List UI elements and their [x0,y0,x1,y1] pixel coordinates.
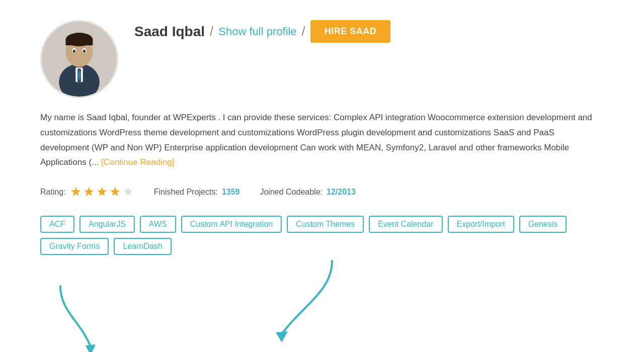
star-2: ★ [83,184,95,200]
joined-value: 12/2013 [327,188,356,197]
profile-main: My name is Saad Iqbal, founder at WPExpe… [40,110,594,255]
svg-rect-6 [66,40,93,46]
name-row: Saad Iqbal / Show full profile / HIRE SA… [134,20,594,43]
profile-header: Saad Iqbal / Show full profile / HIRE SA… [40,20,594,98]
svg-point-10 [83,50,86,53]
tags-container: ACFAngularJSAWSCustom API IntegrationCus… [40,216,594,255]
tag-item[interactable]: ACF [40,216,74,233]
tag-item[interactable]: Genesis [519,216,567,233]
avatar [40,20,118,98]
profile-bio: My name is Saad Iqbal, founder at WPExpe… [40,110,594,170]
profile-name: Saad Iqbal [134,24,205,40]
tag-item[interactable]: Event Calendar [369,216,442,233]
continue-reading-link[interactable]: [Continue Reading] [101,157,175,167]
rating-label: Rating: [40,188,66,197]
hire-button[interactable]: HIRE SAAD [310,20,391,43]
separator-2: / [302,24,305,39]
tag-item[interactable]: Custom API Integration [181,216,282,233]
rating-stat: Rating: ★ ★ ★ ★ ★ [40,184,134,200]
tag-item[interactable]: LearnDash [114,238,171,255]
joined-label: Joined Codeable: [260,188,323,197]
svg-marker-13 [276,331,288,342]
star-4: ★ [109,184,121,200]
tag-item[interactable]: AngularJS [79,216,135,233]
finished-projects-value: 1359 [222,188,240,197]
stats-row: Rating: ★ ★ ★ ★ ★ Finished Projects: 135… [40,184,594,200]
profile-card: Saad Iqbal / Show full profile / HIRE SA… [40,20,594,255]
separator-1: / [210,24,213,39]
star-3: ★ [96,184,108,200]
svg-point-9 [73,50,75,53]
stars-container: ★ ★ ★ ★ ★ [70,184,134,200]
star-1: ★ [70,184,82,200]
finished-projects-stat: Finished Projects: 1359 [154,188,240,197]
star-5: ★ [122,184,134,200]
tag-item[interactable]: AWS [140,216,176,233]
svg-marker-12 [86,344,96,352]
show-full-profile-link[interactable]: Show full profile [218,25,296,38]
tag-item[interactable]: Custom Themes [287,216,364,233]
finished-projects-label: Finished Projects: [154,188,218,197]
joined-stat: Joined Codeable: 12/2013 [260,188,355,197]
profile-info: Saad Iqbal / Show full profile / HIRE SA… [134,20,594,47]
tag-item[interactable]: Export/Import [448,216,514,233]
tag-item[interactable]: Gravity Forms [40,238,109,255]
